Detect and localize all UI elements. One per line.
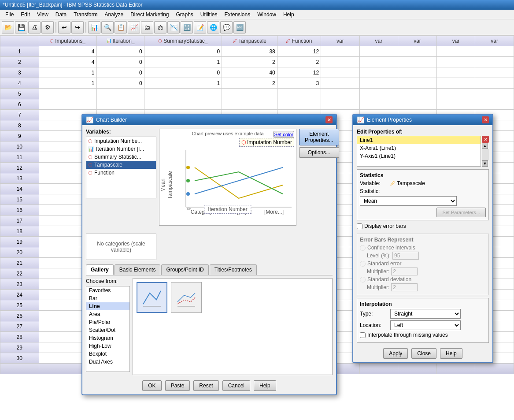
menu-utilities[interactable]: Utilities: [197, 11, 221, 19]
menu-direct-marketing[interactable]: Direct Marketing: [127, 11, 172, 19]
menu-graphs[interactable]: Graphs: [172, 11, 196, 19]
toolbar-insert-cases[interactable]: 📋: [115, 21, 127, 33]
toolbar-print[interactable]: 🖨: [28, 21, 41, 33]
menu-analyze[interactable]: Analyze: [101, 11, 127, 19]
toolbar-sep2: [85, 22, 86, 33]
toolbar-open[interactable]: 📂: [2, 21, 14, 33]
toolbar-undo[interactable]: ↩: [58, 21, 70, 33]
toolbar-weight[interactable]: ⚖: [154, 21, 166, 33]
toolbar-map[interactable]: 🌐: [207, 21, 219, 33]
menu-view[interactable]: View: [33, 11, 52, 19]
menu-extensions[interactable]: Extensions: [221, 11, 254, 19]
toolbar-redo[interactable]: ↪: [71, 21, 84, 33]
toolbar-settings[interactable]: ⚙: [41, 21, 54, 33]
toolbar-pivot[interactable]: 🔢: [181, 21, 193, 33]
toolbar-chart[interactable]: 📉: [167, 21, 180, 33]
toolbar: 📂 💾 🖨 ⚙ ↩ ↪ 📊 🔍 📋 📈 🗂 ⚖ 📉 🔢 📝 🌐 💬 🔤: [0, 19, 514, 35]
title-bar: *Untitled5 [Iter_Backpain] - IBM SPSS St…: [0, 0, 514, 10]
menu-transform[interactable]: Transform: [70, 11, 101, 19]
menu-data[interactable]: Data: [52, 11, 70, 19]
menu-bar: File Edit View Data Transform Analyze Di…: [0, 10, 514, 19]
menu-help[interactable]: Help: [280, 11, 298, 19]
menu-edit[interactable]: Edit: [17, 11, 33, 19]
toolbar-sep1: [55, 22, 56, 33]
toolbar-script[interactable]: 📝: [194, 21, 206, 33]
toolbar-save[interactable]: 💾: [15, 21, 27, 33]
menu-file[interactable]: File: [2, 11, 17, 19]
title-bar-text: *Untitled5 [Iter_Backpain] - IBM SPSS St…: [3, 2, 142, 8]
menu-window[interactable]: Window: [254, 11, 280, 19]
toolbar-insert-vars[interactable]: 📈: [128, 21, 140, 33]
toolbar-split[interactable]: 🗂: [141, 21, 153, 33]
toolbar-text[interactable]: 🔤: [233, 21, 246, 33]
toolbar-comment[interactable]: 💬: [220, 21, 233, 33]
toolbar-find[interactable]: 🔍: [101, 21, 114, 33]
toolbar-variables[interactable]: 📊: [88, 21, 100, 33]
